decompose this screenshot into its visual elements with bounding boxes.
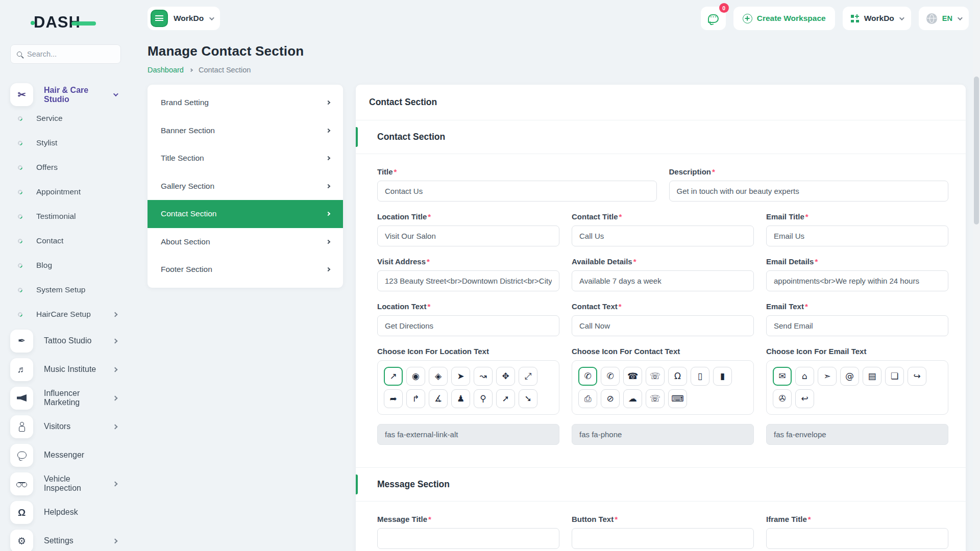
- search-input[interactable]: [27, 50, 114, 58]
- location-title-input[interactable]: [377, 226, 559, 246]
- music-icon: [10, 358, 33, 381]
- phone-square-alt-icon[interactable]: ☎: [623, 367, 642, 386]
- section-nav-item-title-section[interactable]: Title Section: [148, 144, 343, 172]
- share-icon[interactable]: ➦: [384, 389, 403, 408]
- breadcrumb-dashboard-link[interactable]: Dashboard: [148, 66, 184, 74]
- contact-text-input[interactable]: [572, 315, 754, 336]
- phone-volume-alt-icon[interactable]: ☏: [646, 389, 665, 408]
- sidebar-item-hair-care-studio[interactable]: ✂ Hair & Care Studio: [10, 83, 121, 106]
- map-marker-alt-icon[interactable]: ⚲: [474, 389, 493, 408]
- field-email-text: Email Text*: [766, 302, 948, 336]
- comment-dots-icon[interactable]: ☁: [623, 389, 642, 408]
- envelope-icon[interactable]: ✉: [773, 367, 792, 386]
- fax-icon[interactable]: ⎙: [578, 389, 597, 408]
- sidebar-item-blog[interactable]: Blog: [10, 253, 121, 278]
- sidebar-item-tattoo-studio[interactable]: Tattoo Studio: [10, 327, 121, 355]
- share-square-icon[interactable]: ↪: [908, 367, 926, 386]
- email-text-input[interactable]: [766, 315, 948, 336]
- iframe-title-input[interactable]: [766, 528, 948, 549]
- available-details-input[interactable]: [572, 270, 754, 291]
- sidebar-item-testimonial[interactable]: Testimonial: [10, 204, 121, 229]
- section-nav-item-footer-section[interactable]: Footer Section: [148, 256, 343, 284]
- compass-icon[interactable]: ◉: [406, 367, 425, 386]
- chevron-right-icon: [113, 395, 118, 400]
- sidebar-item-offers[interactable]: Offers: [10, 155, 121, 180]
- paper-plane-icon[interactable]: ➣: [818, 367, 837, 386]
- sidebar-item-vehicle-inspection[interactable]: Vehicle Inspection: [10, 469, 121, 498]
- messages-button[interactable]: 0: [701, 7, 726, 30]
- circle-icon: [17, 164, 23, 171]
- description-input[interactable]: [669, 181, 949, 202]
- sidebar-item-appointment[interactable]: Appointment: [10, 180, 121, 204]
- sidebar-item-helpdesk[interactable]: Helpdesk: [10, 498, 121, 527]
- section-nav-item-banner-section[interactable]: Banner Section: [148, 117, 343, 145]
- phone-alt-icon[interactable]: ✆: [601, 367, 620, 386]
- sidebar-item-service[interactable]: Service: [10, 106, 121, 131]
- scrollbar-thumb[interactable]: [974, 77, 979, 224]
- mobile-icon[interactable]: ▮: [713, 367, 732, 386]
- selected-icon-class-input[interactable]: [572, 424, 754, 445]
- sidebar-item-visitors[interactable]: Visitors: [10, 412, 121, 441]
- visit-address-input[interactable]: [377, 270, 559, 291]
- field-email-details: Email Details*: [766, 257, 948, 291]
- workspace-switcher[interactable]: WorkDo: [148, 7, 220, 30]
- field-label: Available Details*: [572, 257, 754, 266]
- at-icon[interactable]: @: [840, 367, 859, 386]
- sidebar-item-settings[interactable]: Settings: [10, 527, 121, 551]
- mobile-alt-icon[interactable]: ▯: [691, 367, 709, 386]
- title-input[interactable]: [377, 181, 657, 202]
- sidebar-item-system-setup[interactable]: System Setup: [10, 278, 121, 302]
- button-text-input[interactable]: [572, 528, 754, 549]
- section-nav-item-brand-setting[interactable]: Brand Setting: [148, 89, 343, 117]
- route-icon[interactable]: ↝: [474, 367, 493, 386]
- phone-volume-icon[interactable]: ☏: [646, 367, 665, 386]
- envelope-open-icon[interactable]: ⌂: [795, 367, 814, 386]
- language-selector[interactable]: EN: [919, 7, 969, 30]
- sidebar-item-messenger[interactable]: Messenger: [10, 441, 121, 469]
- chart-line-down-icon[interactable]: ➘: [519, 389, 537, 408]
- phone-icon[interactable]: ✆: [578, 367, 597, 386]
- dash-logo[interactable]: DASH: [34, 13, 100, 33]
- email-details-input[interactable]: [766, 270, 948, 291]
- message-title-input[interactable]: [377, 528, 559, 549]
- external-link-alt-icon[interactable]: ↗: [384, 367, 403, 386]
- create-workspace-button[interactable]: Create Workspace: [733, 7, 835, 30]
- section-nav-item-contact-section[interactable]: Contact Section: [148, 200, 343, 228]
- chevron-right-icon: [326, 129, 330, 133]
- mail-bulk-icon[interactable]: ❏: [885, 367, 904, 386]
- street-view-icon[interactable]: ♟: [451, 389, 470, 408]
- picker-label: Choose Icon For Email Text: [766, 347, 948, 356]
- phone-slash-icon[interactable]: ⊘: [601, 389, 620, 408]
- location-text-input[interactable]: [377, 315, 559, 336]
- topbar: WorkDo 0 Create Workspace WorkDo EN: [130, 0, 980, 30]
- email-title-input[interactable]: [766, 226, 948, 246]
- chevron-right-icon: [113, 338, 118, 343]
- arrows-alt-icon[interactable]: ✥: [496, 367, 515, 386]
- required-asterisk: *: [805, 302, 808, 311]
- expand-arrows-alt-icon[interactable]: ⤢: [519, 367, 537, 386]
- field-available-details: Available Details*: [572, 257, 754, 291]
- selected-icon-class-input[interactable]: [377, 424, 559, 445]
- required-asterisk: *: [805, 212, 808, 221]
- level-up-alt-icon[interactable]: ↱: [406, 389, 425, 408]
- drafting-compass-icon[interactable]: ∡: [429, 389, 448, 408]
- paperclip-icon[interactable]: ✇: [773, 389, 792, 408]
- selected-icon-class-input[interactable]: [766, 424, 948, 445]
- sidebar-item-contact[interactable]: Contact: [10, 229, 121, 253]
- envelope-open-text-icon[interactable]: ▤: [863, 367, 881, 386]
- section-nav-item-gallery-section[interactable]: Gallery Section: [148, 172, 343, 201]
- sidebar-item-music-institute[interactable]: Music Institute: [10, 355, 121, 384]
- tty-icon[interactable]: ⌨: [668, 389, 687, 408]
- section-nav-item-about-section[interactable]: About Section: [148, 228, 343, 256]
- reply-icon[interactable]: ↩: [795, 389, 814, 408]
- sidebar-item-haircare-setup[interactable]: HairCare Setup: [10, 302, 121, 327]
- workdo-menu-button[interactable]: WorkDo: [843, 7, 911, 30]
- location-arrow-icon[interactable]: ➤: [451, 367, 470, 386]
- sidebar-item-influencer-marketing[interactable]: Influencer Marketing: [10, 384, 121, 412]
- headset-icon[interactable]: Ω: [668, 367, 687, 386]
- chart-line-icon[interactable]: ➚: [496, 389, 515, 408]
- sidebar-item-stylist[interactable]: Stylist: [10, 131, 121, 155]
- topbar-right: 0 Create Workspace WorkDo EN: [701, 7, 969, 30]
- directions-icon[interactable]: ◈: [429, 367, 448, 386]
- contact-title-input[interactable]: [572, 226, 754, 246]
